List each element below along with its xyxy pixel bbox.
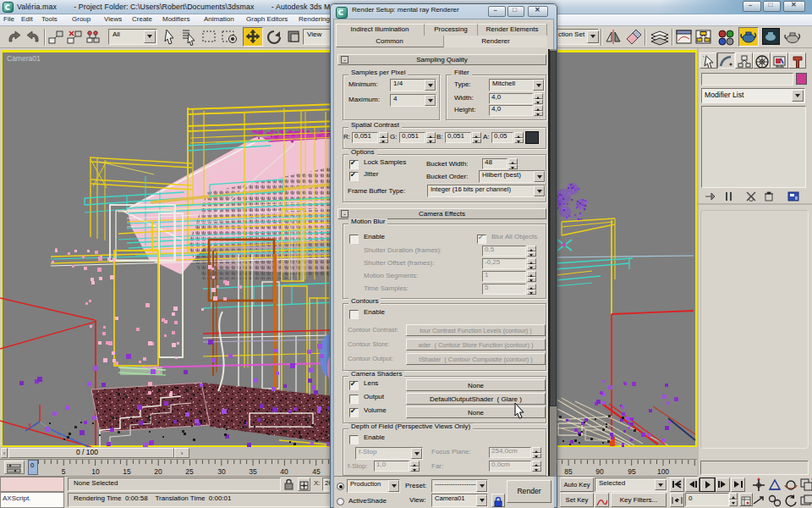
- svg-text:95: 95: [628, 467, 636, 476]
- svg-text:Camera01: Camera01: [7, 54, 41, 63]
- svg-text:15: 15: [123, 467, 131, 476]
- svg-text:5: 5: [62, 467, 66, 476]
- svg-text:90: 90: [595, 467, 604, 476]
- svg-text:35: 35: [249, 467, 257, 476]
- svg-text:25: 25: [185, 467, 194, 476]
- svg-text:40: 40: [280, 467, 288, 476]
- svg-text:30: 30: [217, 467, 226, 476]
- svg-text:20: 20: [154, 467, 162, 476]
- svg-text:10: 10: [91, 467, 100, 476]
- svg-text:X: X: [28, 422, 32, 428]
- svg-text:85: 85: [564, 467, 573, 476]
- svg-text:45: 45: [312, 467, 321, 476]
- svg-text:100: 100: [657, 467, 669, 476]
